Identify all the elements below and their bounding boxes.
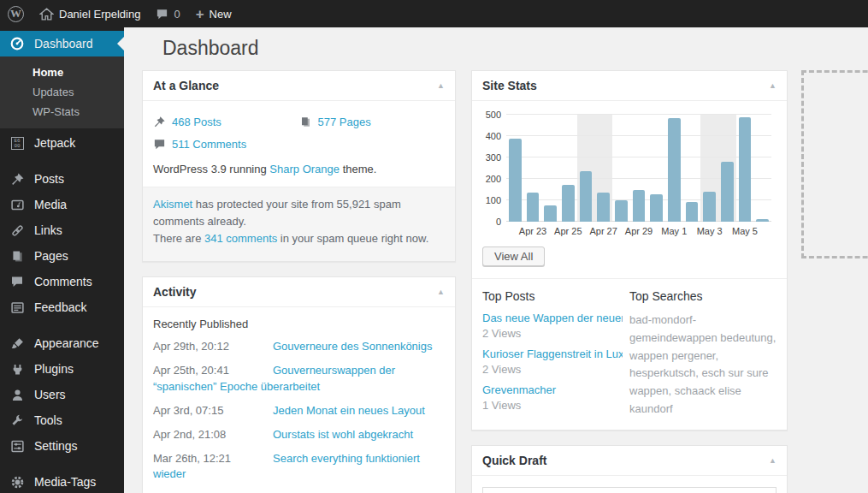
x-tick-label: Apr 29	[625, 226, 652, 236]
sidebar-item-wp-stats[interactable]: WP-Stats	[0, 102, 124, 122]
quick-draft-widget: Quick Draft ▲	[471, 445, 788, 493]
recently-published-heading: Recently Published	[143, 307, 455, 339]
new-label: New	[210, 8, 232, 21]
chart-bar[interactable]	[597, 193, 610, 222]
chart-bar[interactable]	[615, 200, 628, 222]
chart-bar[interactable]	[721, 162, 734, 222]
chart-bar[interactable]	[544, 205, 557, 222]
comments-menu[interactable]: 0	[148, 0, 187, 27]
chart-bar[interactable]	[668, 118, 681, 222]
chart-bar[interactable]	[703, 192, 716, 223]
page-title: Dashboard	[162, 37, 259, 60]
sidebar-item-label: Media-Tags	[34, 475, 96, 489]
chart-bar[interactable]	[739, 117, 752, 222]
top-post-link[interactable]: Kurioser Flaggenstreit in Luxe…	[482, 347, 623, 360]
comments-bubble-icon	[156, 8, 168, 21]
chart-bar[interactable]	[686, 202, 699, 222]
top-post-link[interactable]: Grevenmacher	[482, 383, 623, 396]
x-tick-label: May 1	[661, 226, 687, 236]
post-link[interactable]: Jeden Monat ein neues Layout	[273, 404, 425, 417]
sidebar-item-updates[interactable]: Updates	[0, 82, 124, 102]
chart-bar[interactable]	[650, 194, 663, 222]
sidebar-item-home[interactable]: Home	[0, 62, 124, 82]
post-link[interactable]: Gouverneure des Sonnenkönigs	[273, 340, 432, 353]
gear-icon	[9, 473, 26, 490]
sidebar-item-links[interactable]: Links	[0, 217, 124, 243]
site-name-menu[interactable]: Daniel Erpelding	[32, 0, 148, 27]
activity-title: Activity	[153, 285, 197, 299]
comment-count: 0	[174, 8, 180, 21]
y-tick-label: 0	[496, 217, 501, 227]
activity-widget: Activity ▲ Recently Published Apr 29th, …	[142, 276, 456, 493]
admin-bar: W Daniel Erpelding 0 + New	[0, 0, 868, 27]
sidebar-item-users[interactable]: Users	[0, 382, 124, 407]
chart-bar[interactable]	[509, 139, 522, 223]
admin-menu: Dashboard Home Updates WP-Stats E600 Jet…	[0, 27, 124, 493]
akismet-link[interactable]: Akismet	[153, 198, 192, 211]
x-tick-label: May 3	[697, 226, 723, 236]
wordpress-logo-icon: W	[8, 6, 24, 22]
collapse-caret-icon[interactable]: ▲	[769, 82, 776, 90]
posts-count-link[interactable]: 468 Posts	[172, 116, 221, 128]
quick-draft-title: Quick Draft	[482, 454, 546, 467]
sidebar-item-label: Jetpack	[34, 136, 75, 150]
sidebar-item-label: Appearance	[34, 336, 99, 350]
sidebar-item-label: Plugins	[34, 362, 74, 376]
wp-logo-menu[interactable]: W	[0, 0, 32, 27]
chart-bar[interactable]	[633, 190, 646, 222]
at-a-glance-widget: At a Glance ▲ 468 Posts 577 Pa	[142, 70, 456, 262]
dashboard-content: Dashboard At a Glance ▲ 468 Posts	[124, 27, 868, 493]
akismet-status: Akismet has protected your site from 55,…	[143, 187, 455, 261]
sidebar-item-feedback[interactable]: Feedback	[0, 294, 124, 320]
activity-row: Apr 2nd, 21:08Ourstats ist wohl abgekrac…	[153, 427, 445, 443]
post-link[interactable]: Ourstats ist wohl abgekracht	[273, 428, 413, 441]
widget-drop-placeholder[interactable]	[801, 70, 868, 258]
site-stats-widget: Site Stats ▲ 0100200300400500 Apr 23Apr …	[471, 70, 788, 431]
new-content-menu[interactable]: + New	[188, 0, 239, 27]
pages-count-link[interactable]: 577 Pages	[318, 116, 371, 128]
links-chain-icon	[9, 222, 26, 239]
sidebar-item-label: Comments	[34, 275, 92, 288]
spam-queue-link[interactable]: 341 comments	[204, 232, 277, 245]
sidebar-item-media[interactable]: Media	[0, 192, 124, 217]
sidebar-item-tools[interactable]: Tools	[0, 407, 124, 433]
chart-bar[interactable]	[562, 185, 575, 222]
collapse-caret-icon[interactable]: ▲	[437, 288, 445, 296]
sidebar-item-label: Media	[34, 198, 67, 211]
chart-bar[interactable]	[580, 171, 593, 222]
top-post-views: 1 Views	[482, 399, 623, 412]
collapse-caret-icon[interactable]: ▲	[769, 457, 776, 465]
collapse-caret-icon[interactable]: ▲	[437, 82, 445, 90]
draft-title-input[interactable]	[482, 487, 776, 493]
pages-icon	[9, 247, 26, 264]
at-a-glance-title: At a Glance	[153, 79, 219, 92]
chart-bar[interactable]	[756, 219, 769, 222]
x-tick-label: Apr 27	[589, 226, 617, 236]
comments-count-link[interactable]: 511 Comments	[172, 138, 246, 151]
y-tick-label: 400	[486, 131, 501, 141]
site-stats-title: Site Stats	[482, 79, 537, 92]
sidebar-item-label: Pages	[34, 249, 68, 263]
top-post-link[interactable]: Das neue Wappen der neuen …	[482, 312, 623, 324]
sidebar-item-settings[interactable]: Settings	[0, 433, 124, 459]
activity-row: Mar 26th, 12:21Search everything funktio…	[153, 451, 445, 484]
sidebar-item-plugins[interactable]: Plugins	[0, 356, 124, 382]
sidebar-item-label: Posts	[34, 172, 64, 186]
chart-bar[interactable]	[527, 193, 540, 222]
y-tick-label: 300	[486, 152, 501, 163]
activity-row: Apr 3rd, 07:15Jeden Monat ein neues Layo…	[153, 403, 445, 419]
sidebar-item-label: Links	[34, 223, 62, 237]
sidebar-item-dashboard[interactable]: Dashboard	[0, 31, 124, 56]
theme-link[interactable]: Sharp Orange	[269, 163, 340, 175]
sidebar-item-posts[interactable]: Posts	[0, 166, 124, 192]
sidebar-item-comments[interactable]: Comments	[0, 269, 124, 294]
view-all-button[interactable]: View All	[482, 246, 545, 266]
chart-bars	[506, 115, 771, 222]
sidebar-item-jetpack[interactable]: E600 Jetpack	[0, 130, 124, 156]
x-tick-label: Apr 25	[554, 226, 582, 236]
sidebar-item-pages[interactable]: Pages	[0, 243, 124, 269]
chart-plot	[506, 115, 771, 222]
sidebar-item-media-tags[interactable]: Media-Tags	[0, 469, 124, 493]
settings-sliders-icon	[9, 437, 26, 454]
sidebar-item-appearance[interactable]: Appearance	[0, 330, 124, 356]
